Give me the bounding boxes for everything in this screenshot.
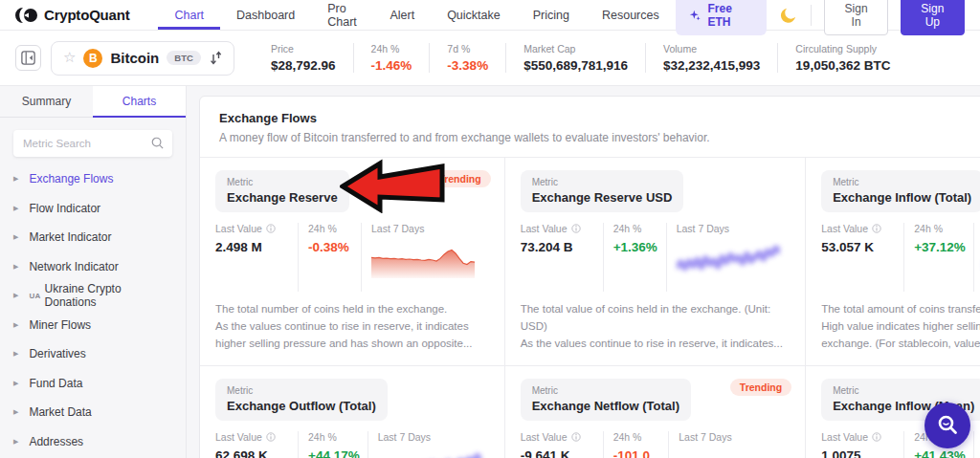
sidebar-item-market-indicator[interactable]: ▶Market Indicator [0,223,186,252]
last-value: 73.204 B [521,240,595,254]
stat-volume: Volume $32,232,415,993 [645,43,777,73]
sidebar-item-flow-indicator[interactable]: ▶Flow Indicator [0,194,186,224]
sign-up-button[interactable]: Sign Up [901,0,965,35]
page-description: A money flow of Bitcoin transferred to a… [219,131,980,144]
change-24h: -101.0... [613,448,661,458]
sidebar-collapse-button[interactable] [15,45,41,71]
sort-arrows-icon[interactable] [210,51,222,65]
sparkle-icon [689,9,702,22]
tab-charts[interactable]: Charts [93,86,186,118]
info-icon [266,224,276,233]
panel-collapse-icon [20,50,36,66]
cryptoquant-logo-icon [15,8,38,23]
metric-search [13,130,172,157]
free-eth-button[interactable]: Free ETH [676,0,768,35]
metric-category-list: ▶Exchange Flows ▶Flow Indicator ▶Market … [0,164,186,456]
search-icon [150,136,165,154]
change-24h: +44.17% [308,448,360,458]
last-value: 2.498 M [215,240,290,254]
metric-chip[interactable]: Metric Exchange Reserve USD [521,170,684,212]
sparkline-chart [371,240,475,278]
coin-selector[interactable]: ☆ B Bitcoin BTC [51,41,234,76]
main-nav: Chart Dashboard Pro Chart Alert Quicktak… [158,0,675,30]
caret-right-icon: ▶ [13,350,18,358]
ua-prefix: UA [29,292,40,300]
metric-card-exchange-inflow-total[interactable]: Trending Metric Exchange Inflow (Total) … [806,158,980,366]
nav-alert[interactable]: Alert [373,0,431,30]
change-24h: +1.36% [613,240,658,254]
info-icon [571,224,581,233]
metric-description: The total amount of coins transferred to… [821,300,980,352]
sign-in-button[interactable]: Sign In [824,0,887,35]
sidebar: Summary Charts ▶Exchange Flows ▶Flow Ind… [0,86,187,458]
metric-search-input[interactable] [13,130,172,157]
stat-7d: 7d % -3.38% [429,43,505,73]
sidebar-tabs: Summary Charts [0,86,186,118]
page-title: Exchange Flows [219,111,980,125]
header-divider [811,5,812,26]
caret-right-icon: ▶ [13,292,18,299]
dark-mode-toggle[interactable] [779,6,798,25]
change-24h: +37.12% [914,240,966,254]
coin-stats: Price $28,792.96 24h % -1.46% 7d % -3.38… [254,43,907,73]
coin-symbol-badge: BTC [167,51,201,65]
floating-search-button[interactable] [924,403,970,448]
tab-summary[interactable]: Summary [0,86,93,118]
caret-right-icon: ▶ [13,233,18,241]
nav-dashboard[interactable]: Dashboard [220,0,311,30]
metric-card-exchange-reserve-usd[interactable]: Trending Metric Exchange Reserve USD Las… [505,158,807,366]
sparkline-chart-blurred [378,448,481,458]
sidebar-item-network-indicator[interactable]: ▶Network Indicator [0,252,186,282]
metric-description: The total number of coins held in the ex… [215,300,489,352]
metric-chip[interactable]: Metric Exchange Outflow (Total) [215,379,388,421]
sidebar-item-market-data[interactable]: ▶Market Data [0,398,186,427]
sidebar-item-addresses[interactable]: ▶Addresses [0,427,186,457]
metric-description: The total value of coins held in the exc… [521,300,791,352]
caret-right-icon: ▶ [13,438,18,446]
info-icon [571,432,581,442]
nav-pricing[interactable]: Pricing [517,0,586,30]
sidebar-item-fund-data[interactable]: ▶Fund Data [0,369,186,399]
brand-logo[interactable]: CryptoQuant [15,0,129,30]
sidebar-item-exchange-flows[interactable]: ▶Exchange Flows [0,164,186,194]
metric-card-exchange-netflow-total[interactable]: Trending Metric Exchange Netflow (Total)… [505,366,807,458]
sidebar-item-derivatives[interactable]: ▶Derivatives [0,339,186,369]
stat-price: Price $28,792.96 [254,43,353,73]
coin-name: Bitcoin [110,50,159,66]
metric-chip[interactable]: Metric Exchange Netflow (Total) [521,379,691,421]
sidebar-item-ukraine-donations[interactable]: ▶UAUkraine Crypto Donations [0,281,186,311]
change-24h: -0.38% [308,240,353,254]
caret-right-icon: ▶ [13,408,18,416]
metric-card-exchange-outflow-total[interactable]: Trending Metric Exchange Outflow (Total)… [200,366,505,458]
magnifier-smile-icon [935,413,960,438]
info-icon [872,432,881,442]
sparkline-chart [679,448,782,458]
nav-pro-chart[interactable]: Pro Chart [311,0,373,30]
nav-chart[interactable]: Chart [158,0,220,30]
favorite-star-icon[interactable]: ☆ [63,51,76,65]
info-icon [872,224,881,233]
moon-icon [779,6,798,25]
ticker-bar: ☆ B Bitcoin BTC Price $28,792.96 24h % -… [0,31,980,86]
sidebar-item-miner-flows[interactable]: ▶Miner Flows [0,311,186,340]
bitcoin-icon: B [83,49,102,68]
metric-chip[interactable]: Metric Exchange Reserve [215,170,349,212]
stat-market-cap: Market Cap $550,689,781,916 [505,43,645,73]
stat-24h: 24h % -1.46% [353,43,430,73]
exchange-flows-panel: Exchange Flows A money flow of Bitcoin t… [199,96,980,458]
caret-right-icon: ▶ [13,205,18,212]
metric-chip[interactable]: Metric Exchange Inflow (Total) [821,170,980,212]
metric-card-exchange-reserve[interactable]: Trending Metric Exchange Reserve Last Va… [200,158,505,366]
metric-card-grid: Trending Metric Exchange Reserve Last Va… [200,157,980,458]
caret-right-icon: ▶ [13,321,18,329]
last-value: 62.698 K [215,448,290,458]
annotation-arrow [340,158,447,213]
caret-right-icon: ▶ [13,263,18,271]
last-value: -9.641 K [521,448,595,458]
nav-resources[interactable]: Resources [586,0,676,30]
last-value: 53.057 K [821,240,896,254]
header-actions: Free ETH Sign In Sign Up [676,0,965,30]
change-24h: +41.43% [914,448,966,458]
nav-quicktake[interactable]: Quicktake [431,0,517,30]
caret-right-icon: ▶ [13,380,18,387]
